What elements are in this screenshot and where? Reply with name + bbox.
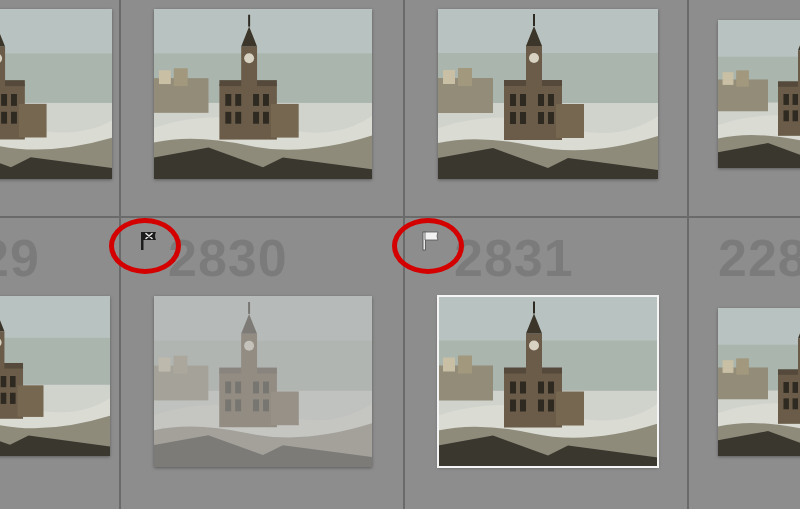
thumbnail[interactable] <box>0 9 112 179</box>
cell-index-number: 2831 <box>454 228 574 288</box>
thumbnail[interactable] <box>438 9 658 179</box>
thumbnail[interactable] <box>0 296 110 456</box>
thumbnail[interactable] <box>718 20 800 168</box>
cell-index-number: 29 <box>0 228 40 288</box>
col-divider <box>119 0 121 509</box>
cell-index-number: 2830 <box>168 228 288 288</box>
col-divider <box>687 0 689 509</box>
thumbnail[interactable] <box>154 9 372 179</box>
thumbnail-selected[interactable] <box>438 296 658 467</box>
cell-index-number: 228 <box>718 228 800 288</box>
thumbnail-rejected[interactable] <box>154 296 372 467</box>
rejected-flag-icon[interactable] <box>138 230 160 252</box>
col-divider <box>403 0 405 509</box>
picked-flag-icon[interactable] <box>420 230 442 252</box>
thumbnail[interactable] <box>718 308 800 456</box>
